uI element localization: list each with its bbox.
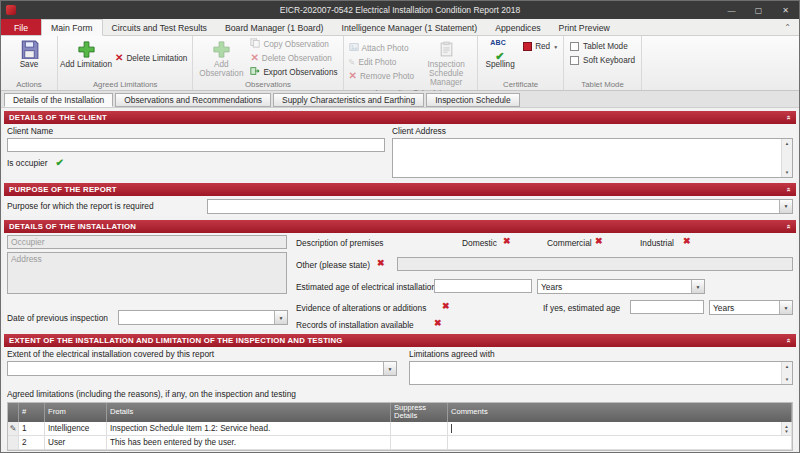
copy-observation-button[interactable]: Copy Observation <box>247 38 340 51</box>
chevron-down-icon[interactable]: ▼ <box>691 280 704 293</box>
client-name-input[interactable] <box>7 138 385 152</box>
evidence-status-icon[interactable]: ✖ <box>442 302 450 311</box>
estimated-age-input[interactable] <box>434 279 532 293</box>
estimated-age-units-combobox[interactable]: Years ▼ <box>537 279 705 294</box>
tab-main-form[interactable]: Main Form <box>41 19 103 36</box>
attach-photo-button[interactable]: Attach Photo <box>346 42 418 55</box>
certificate-color-dropdown[interactable]: Red ▼ <box>520 40 561 53</box>
chevron-down-icon[interactable]: ▼ <box>779 200 792 213</box>
edit-photo-button[interactable]: ✎ Edit Photo <box>346 56 418 69</box>
doc-tab-observations-recommendations[interactable]: Observations and Recommendations <box>115 93 271 107</box>
minimize-icon[interactable]: — <box>718 1 745 19</box>
text-caret <box>451 424 452 433</box>
tab-circuits-and-test-results[interactable]: Circuits and Test Results <box>103 19 216 35</box>
add-limitation-button[interactable]: Add Limitation <box>60 37 112 79</box>
tab-intelligence-manager[interactable]: Intelligence Manager (1 Statement) <box>332 19 486 35</box>
tab-board-manager[interactable]: Board Manager (1 Board) <box>216 19 333 35</box>
delete-limitation-button[interactable]: ✕ Delete Limitation <box>112 52 190 65</box>
cell-details[interactable]: This has been entered by the user. <box>107 436 391 450</box>
occupier-field[interactable]: Occupier <box>7 235 287 249</box>
collapse-section-icon[interactable]: » <box>784 224 793 229</box>
scroll-down-icon[interactable]: ▼ <box>785 170 789 175</box>
remove-photo-button[interactable]: ✕ Remove Photo <box>346 70 418 83</box>
limitations-agreed-with-textarea[interactable]: ▲ ▼ <box>409 361 793 385</box>
cell-from[interactable]: Intelligence <box>45 422 107 436</box>
cell-suppress-details[interactable] <box>391 436 448 450</box>
close-icon[interactable]: ✕ <box>772 1 799 19</box>
chevron-down-icon: ▼ <box>553 44 558 50</box>
tab-appendices[interactable]: Appendices <box>486 19 549 35</box>
doc-tab-inspection-schedule[interactable]: Inspection Schedule <box>426 93 519 107</box>
scroll-up-icon[interactable]: ▲ <box>785 141 789 146</box>
collapse-section-icon[interactable]: » <box>784 338 793 343</box>
is-occupier-check-icon[interactable]: ✔ <box>56 158 64 168</box>
color-swatch-icon <box>523 42 532 51</box>
chevron-down-icon[interactable]: ▼ <box>779 301 792 314</box>
evidence-of-alterations-label: Evidence of alterations or additions <box>296 303 426 313</box>
cell-num[interactable]: 2 <box>19 436 45 450</box>
tab-print-preview[interactable]: Print Preview <box>550 19 619 35</box>
soft-keyboard-checkbox[interactable]: Soft Keyboard <box>566 54 639 67</box>
purpose-combobox[interactable]: ▼ <box>207 199 793 214</box>
scroll-down-icon[interactable]: ▼ <box>785 377 789 382</box>
delete-observation-button[interactable]: ✕ Delete Observation <box>247 52 340 65</box>
spelling-button[interactable]: ABC ✔ Spelling <box>480 37 520 79</box>
cell-comments[interactable] <box>448 436 792 450</box>
scrollbar[interactable]: ▲ ▼ <box>781 139 792 177</box>
collapse-section-icon[interactable]: » <box>784 115 793 120</box>
ribbon-collapse-icon[interactable]: ⌃ <box>784 23 791 32</box>
collapse-section-icon[interactable]: » <box>784 187 793 192</box>
column-header-num[interactable]: # <box>19 403 45 422</box>
add-observation-label: Add Observation <box>195 60 247 78</box>
certificate-color-label: Red <box>535 42 550 51</box>
estimated-age-label: Estimated age of electrical installation <box>296 282 436 292</box>
inspection-schedule-manager-button[interactable]: Inspection Schedule Manager <box>417 37 475 87</box>
date-previous-inspection-combobox[interactable]: ▼ <box>118 310 288 325</box>
document-tab-bar: Details of the Installation Observations… <box>1 91 799 108</box>
section-details-of-installation: DETAILS OF THE INSTALLATION » Occupier A… <box>4 220 796 330</box>
industrial-status-icon[interactable]: ✖ <box>683 237 691 246</box>
if-yes-estimated-age-input[interactable] <box>630 300 704 314</box>
add-observation-button[interactable]: Add Observation <box>195 37 247 79</box>
other-field[interactable] <box>397 257 793 271</box>
tab-file[interactable]: File <box>1 19 41 35</box>
cell-from[interactable]: User <box>45 436 107 450</box>
cell-suppress-details[interactable] <box>391 422 448 436</box>
column-header-suppress-details[interactable]: Suppress Details <box>391 403 448 422</box>
export-observations-button[interactable]: Export Observations <box>247 66 340 79</box>
table-row[interactable]: 2 User This has been entered by the user… <box>8 436 792 450</box>
column-header-details[interactable]: Details <box>107 403 391 422</box>
commercial-status-icon[interactable]: ✖ <box>595 237 603 246</box>
doc-tab-details-of-installation[interactable]: Details of the Installation <box>4 93 113 107</box>
row-edit-indicator-icon: ✎ <box>8 422 19 436</box>
ribbon-group-label-observations: Observations <box>195 79 340 90</box>
chevron-down-icon[interactable]: ▼ <box>274 311 287 324</box>
cell-num[interactable]: 1 <box>19 422 45 436</box>
column-header-comments[interactable]: Comments <box>448 403 792 422</box>
doc-tab-supply-characteristics[interactable]: Supply Characteristics and Earthing <box>273 93 424 107</box>
scrollbar[interactable]: ▲ ▼ <box>781 422 791 435</box>
section-title: PURPOSE OF THE REPORT <box>9 185 117 194</box>
records-status-icon[interactable]: ✖ <box>434 319 442 328</box>
client-address-textarea[interactable]: ▲ ▼ <box>392 138 793 178</box>
table-row[interactable]: ✎ 1 Intelligence Inspection Schedule Ite… <box>8 422 792 436</box>
scroll-up-icon[interactable]: ▲ <box>785 364 789 369</box>
address-field[interactable]: Address <box>7 252 287 294</box>
save-button[interactable]: Save <box>3 37 55 79</box>
cell-comments-editor[interactable]: ▲ ▼ <box>448 422 792 436</box>
tablet-mode-checkbox[interactable]: Tablet Mode <box>566 40 639 53</box>
if-yes-units-combobox[interactable]: Years ▼ <box>709 300 793 315</box>
scrollbar[interactable]: ▲ ▼ <box>781 362 792 384</box>
domestic-status-icon[interactable]: ✖ <box>503 237 511 246</box>
column-header-from[interactable]: From <box>45 403 107 422</box>
chevron-down-icon[interactable]: ▼ <box>383 362 396 375</box>
cell-details[interactable]: Inspection Schedule Item 1.2: Service he… <box>107 422 391 436</box>
extent-combobox[interactable]: ▼ <box>7 361 397 376</box>
other-status-icon[interactable]: ✖ <box>377 259 385 268</box>
scroll-down-icon[interactable]: ▼ <box>784 429 788 434</box>
maximize-icon[interactable]: ▢ <box>745 1 772 19</box>
extent-label: Extent of the electrical installation co… <box>7 349 401 359</box>
remove-photo-label: Remove Photo <box>360 72 414 81</box>
ribbon-group-tablet-mode: Tablet Mode Soft Keyboard Tablet Mode <box>564 36 642 90</box>
tablet-mode-label: Tablet Mode <box>583 42 628 51</box>
